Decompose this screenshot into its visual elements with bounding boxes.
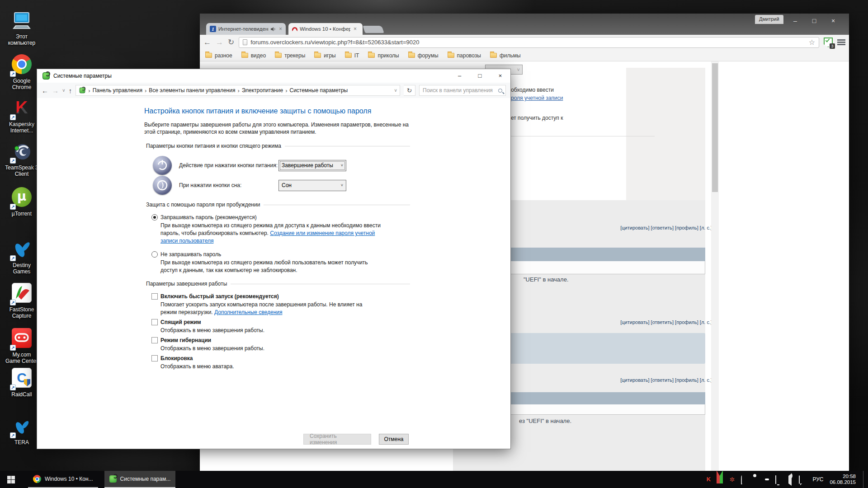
folder-icon bbox=[408, 53, 415, 58]
bookmark-folder[interactable]: игры bbox=[314, 52, 335, 59]
power-action-select[interactable]: Завершение работы ˅ bbox=[278, 160, 346, 171]
refresh-icon[interactable]: ↻ bbox=[404, 85, 415, 96]
breadcrumb-item-all-items[interactable]: Все элементы панели управления bbox=[149, 87, 235, 94]
game-center-tray-icon[interactable]: ✲ bbox=[728, 476, 736, 483]
radio-no-password[interactable]: Не запрашивать пароль bbox=[151, 251, 420, 258]
forum-link-fragment[interactable]: роля учетной записи bbox=[511, 95, 563, 101]
bookmark-folder[interactable]: IT bbox=[345, 52, 359, 59]
volume-tray-icon[interactable] bbox=[787, 476, 794, 483]
sleep-button-row: При нажатии кнопки сна: Сон ˅ bbox=[144, 175, 420, 195]
desktop-icon-this-pc[interactable]: Этот компьютер bbox=[0, 10, 43, 46]
save-changes-button[interactable]: Сохранить изменения bbox=[303, 434, 371, 445]
taskbar-button-chrome[interactable]: Windows 10 • Кон... bbox=[28, 471, 98, 488]
checkbox-hibernate[interactable]: Режим гибернации bbox=[151, 337, 420, 343]
bookmark-folder[interactable]: приколы bbox=[368, 52, 399, 59]
checkbox-description: Отображать в меню завершения работы. bbox=[160, 345, 373, 352]
tab-title: Интернет-телевидени bbox=[218, 26, 269, 32]
radio-off-icon[interactable] bbox=[151, 251, 158, 258]
chrome-profile-badge[interactable]: Дмитрий bbox=[755, 15, 783, 24]
chevron-down-icon: ˅ bbox=[341, 183, 343, 188]
breadcrumb-item-system-settings[interactable]: Системные параметры bbox=[289, 87, 348, 94]
browser-maximize-button[interactable]: □ bbox=[805, 15, 824, 26]
shortcut-arrow-icon: ↗ bbox=[10, 345, 16, 351]
cancel-button[interactable]: Отмена bbox=[379, 434, 409, 445]
checkbox-icon[interactable] bbox=[151, 337, 158, 343]
up-icon[interactable]: ↑ bbox=[69, 87, 72, 94]
satellite-tray-icon[interactable] bbox=[740, 476, 747, 483]
tera-icon: ↗ bbox=[11, 416, 33, 437]
group-shutdown-settings: Параметры завершения работы bbox=[146, 281, 420, 287]
checkbox-icon[interactable] bbox=[151, 355, 158, 361]
new-tab-button[interactable] bbox=[363, 26, 384, 33]
forward-icon[interactable]: → bbox=[52, 87, 59, 94]
address-bar[interactable]: forums.overclockers.ru/viewtopic.php?f=8… bbox=[239, 37, 819, 48]
window-titlebar[interactable]: Системные параметры – □ × bbox=[37, 69, 510, 83]
bookmark-folder[interactable]: видео bbox=[241, 52, 266, 59]
tab-windows10-forum[interactable]: Windows 10 • Конференц × bbox=[288, 23, 363, 35]
radio-require-password[interactable]: Запрашивать пароль (рекомендуется) bbox=[151, 214, 420, 221]
checkbox-icon[interactable] bbox=[151, 319, 158, 325]
forward-icon[interactable]: → bbox=[216, 38, 223, 47]
intro-text: Выберите параметры завершения работы для… bbox=[144, 121, 409, 136]
notification-tray-icon[interactable] bbox=[799, 476, 806, 483]
clock-date: 06.08.2015 bbox=[830, 479, 856, 485]
tab-close-icon[interactable]: × bbox=[354, 26, 357, 32]
afterburner-tray-icon[interactable] bbox=[717, 476, 724, 483]
learn-more-link[interactable]: Дополнительные сведения bbox=[214, 309, 282, 315]
browser-minimize-button[interactable]: – bbox=[786, 15, 805, 26]
page-icon bbox=[243, 39, 247, 45]
forum-text-fragment: ет получить доступ к bbox=[511, 115, 563, 121]
sleep-action-select[interactable]: Сон ˅ bbox=[278, 180, 346, 191]
browser-frame: Дмитрий – □ × 1 Интернет-телевидени × Wi… bbox=[200, 14, 849, 35]
checkbox-icon[interactable] bbox=[151, 293, 158, 300]
bookmark-folder[interactable]: фильмы bbox=[490, 52, 521, 59]
breadcrumb[interactable]: › Панель управления › Все элементы панел… bbox=[75, 85, 400, 96]
taskbar-clock[interactable]: 20:58 06.08.2015 bbox=[830, 474, 856, 485]
control-panel-search[interactable]: Поиск в панели управления bbox=[419, 85, 506, 96]
this-pc-icon bbox=[11, 10, 33, 32]
checkbox-lock[interactable]: Блокировка bbox=[151, 355, 420, 361]
tab-internet-tv[interactable]: 1 Интернет-телевидени × bbox=[206, 23, 286, 35]
shortcut-arrow-icon: ↗ bbox=[10, 204, 16, 210]
bookmark-folder[interactable]: форумы bbox=[408, 52, 439, 59]
tab-close-icon[interactable]: × bbox=[279, 26, 282, 32]
breadcrumb-chevron-icon[interactable]: ˅ bbox=[394, 88, 397, 93]
adguard-shield-icon[interactable]: 3 bbox=[824, 38, 833, 47]
bookmark-folder[interactable]: разное bbox=[205, 52, 232, 59]
page-scrollbar[interactable] bbox=[711, 61, 719, 471]
radio-description: При выходе компьютера из спящего режима … bbox=[160, 222, 383, 245]
history-chevron-icon[interactable]: ˅ bbox=[62, 88, 65, 93]
language-indicator[interactable]: РУС bbox=[812, 476, 823, 483]
bookmark-folder[interactable]: паровозы bbox=[448, 52, 481, 59]
url-text[interactable]: forums.overclockers.ru/viewtopic.php?f=8… bbox=[250, 39, 805, 46]
browser-toolbar: ← → ↻ forums.overclockers.ru/viewtopic.p… bbox=[200, 35, 849, 50]
checkbox-description: Отображать в меню завершения работы. bbox=[160, 327, 373, 334]
breadcrumb-item-power-options[interactable]: Электропитание bbox=[242, 87, 283, 94]
mycom-game-center-icon: ↗ bbox=[11, 328, 33, 350]
checkbox-sleep[interactable]: Спящий режим bbox=[151, 319, 420, 325]
back-icon[interactable]: ← bbox=[203, 38, 211, 47]
checkbox-fast-startup[interactable]: Включить быстрый запуск (рекомендуется) bbox=[151, 293, 420, 300]
network-tray-icon[interactable] bbox=[775, 476, 783, 483]
scrollbar-thumb[interactable] bbox=[712, 63, 718, 192]
browser-close-button[interactable]: × bbox=[824, 15, 843, 26]
bookmark-folder[interactable]: трекеры bbox=[275, 52, 305, 59]
back-icon[interactable]: ← bbox=[42, 87, 48, 94]
maximize-button[interactable]: □ bbox=[470, 69, 490, 82]
close-button[interactable]: × bbox=[490, 69, 510, 82]
group-power-buttons: Параметры кнопки питания и кнопки спящег… bbox=[146, 143, 420, 149]
minimize-button[interactable]: – bbox=[449, 69, 470, 82]
bookmark-star-icon[interactable]: ☆ bbox=[809, 38, 815, 47]
kaspersky-tray-icon[interactable]: K bbox=[705, 476, 712, 483]
menu-icon[interactable] bbox=[837, 39, 845, 45]
search-icon bbox=[498, 89, 502, 93]
green-cloud-tray-icon[interactable] bbox=[764, 476, 771, 483]
radio-on-icon[interactable] bbox=[151, 214, 158, 221]
start-button[interactable] bbox=[0, 471, 22, 488]
taskbar-button-system-settings[interactable]: Системные парам... bbox=[104, 471, 176, 488]
show-desktop-button[interactable] bbox=[863, 471, 866, 488]
breadcrumb-item-control-panel[interactable]: Панель управления bbox=[93, 87, 142, 94]
cloud-tray-icon[interactable] bbox=[752, 476, 759, 483]
breadcrumb-separator: › bbox=[145, 87, 146, 94]
reload-icon[interactable]: ↻ bbox=[228, 38, 234, 47]
